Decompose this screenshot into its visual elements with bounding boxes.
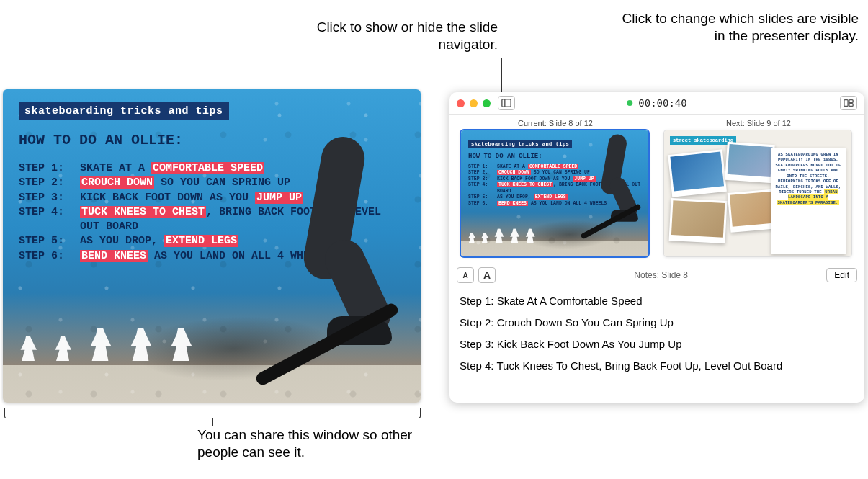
next-slide-preview[interactable]: Next: Slide 9 of 12 street skateboarding… bbox=[664, 119, 853, 256]
zoom-icon[interactable] bbox=[483, 99, 491, 107]
note-line: Step 4: Tuck Knees To Chest, Bring Back … bbox=[460, 355, 854, 377]
sidebar-icon bbox=[501, 98, 511, 108]
presenter-timer: 00:00:40 bbox=[627, 97, 686, 109]
window-controls bbox=[457, 99, 491, 107]
svg-rect-3 bbox=[849, 100, 853, 103]
record-indicator-icon bbox=[627, 100, 632, 106]
skater-graphic bbox=[248, 136, 399, 381]
shared-slide-window: skateboarding tricks and tips HOW TO DO … bbox=[3, 89, 421, 403]
notes-heading: Notes: Slide 8 bbox=[500, 270, 822, 280]
svg-rect-0 bbox=[502, 99, 511, 107]
slide-badge: skateboarding tricks and tips bbox=[19, 102, 229, 120]
svg-rect-4 bbox=[849, 104, 853, 107]
font-larger-button[interactable]: A bbox=[478, 267, 496, 283]
note-line: Step 2: Crouch Down So You Can Spring Up bbox=[460, 312, 854, 333]
bracket-line bbox=[4, 408, 421, 418]
annotation-share: You can share this window so other peopl… bbox=[197, 426, 421, 461]
silhouette-row bbox=[17, 328, 194, 361]
svg-rect-2 bbox=[844, 100, 848, 107]
leader-line bbox=[501, 58, 502, 95]
timer-value: 00:00:40 bbox=[638, 97, 686, 109]
note-line: Step 1: Skate At A Comfortable Speed bbox=[460, 290, 854, 312]
note-line: Step 3: Kick Back Foot Down As You Jump … bbox=[460, 333, 854, 355]
layout-options-button[interactable] bbox=[840, 96, 857, 110]
next-slide-label: Next: Slide 9 of 12 bbox=[664, 119, 853, 127]
font-smaller-button[interactable]: A bbox=[457, 267, 474, 283]
notes-toolbar: A A Notes: Slide 8 Edit bbox=[449, 264, 864, 286]
next-slide-badge: street skateboarding bbox=[670, 136, 736, 145]
minimize-icon[interactable] bbox=[470, 99, 478, 107]
current-slide-label: Current: Slide 8 of 12 bbox=[461, 119, 650, 127]
layout-icon bbox=[844, 98, 854, 108]
leader-line bbox=[856, 66, 856, 95]
presenter-toolbar: 00:00:40 bbox=[449, 92, 864, 115]
navigator-toggle-button[interactable] bbox=[498, 96, 515, 110]
presenter-notes: Step 1: Skate At A Comfortable Speed Ste… bbox=[449, 286, 864, 384]
annotation-navigator: Click to show or hide the slide navigato… bbox=[300, 19, 498, 53]
annotation-layout: Click to change which slides are visible… bbox=[621, 10, 859, 45]
close-icon[interactable] bbox=[457, 99, 465, 107]
next-slide-text: AS SKATEBOARDING GREW IN POPULARITY IN T… bbox=[771, 148, 846, 254]
current-slide-preview[interactable]: Current: Slide 8 of 12 skateboarding tri… bbox=[461, 119, 650, 256]
edit-notes-button[interactable]: Edit bbox=[826, 268, 857, 282]
presenter-display-window: 00:00:40 Current: Slide 8 of 12 skateboa… bbox=[449, 92, 864, 403]
